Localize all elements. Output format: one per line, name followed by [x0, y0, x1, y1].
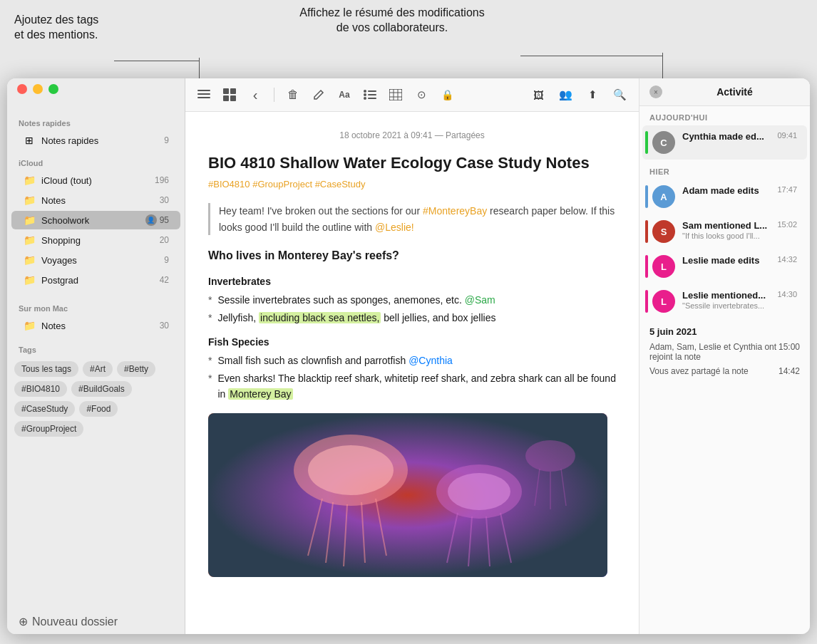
- sidebar: Notes rapides ⊞ Notes rapides 9 iCloud 📁…: [7, 78, 185, 634]
- activity-name-sam: Sam mentioned L...: [682, 220, 777, 231]
- minimize-button[interactable]: [33, 84, 43, 94]
- avatar-leslie-edits: L: [652, 255, 675, 278]
- bullet-item-2: * Jellyfish, including black sea nettles…: [208, 310, 616, 326]
- folder-icon: 📁: [23, 194, 36, 207]
- annotation-line-left: [114, 61, 200, 61]
- photos-button[interactable]: 🖼: [528, 84, 549, 105]
- tag-betty[interactable]: #Betty: [117, 361, 155, 377]
- activity-indicator-sam: [645, 220, 648, 243]
- highlight-monterey-bay: Monterey Bay: [228, 388, 292, 400]
- activity-indicator-leslie-mentioned: [645, 290, 648, 313]
- activity-item-leslie-edits[interactable]: L Leslie made edits 14:32: [642, 249, 807, 284]
- activity-joined-line: Adam, Sam, Leslie et Cynthia ont rejoint…: [649, 342, 800, 362]
- sidebar-label-schoolwork: Schoolwork: [41, 215, 145, 226]
- edit-note-button[interactable]: [309, 85, 329, 105]
- search-button[interactable]: 🔍: [609, 84, 630, 105]
- delete-button[interactable]: 🗑: [283, 85, 303, 105]
- activity-joined-time: 15:00: [779, 342, 800, 362]
- sidebar-item-notes-rapides[interactable]: ⊞ Notes rapides 9: [11, 131, 180, 150]
- annotation-tags-mentions: Ajoutez des tagset des mentions.: [14, 13, 98, 43]
- font-button[interactable]: Aa: [334, 85, 354, 105]
- close-button[interactable]: [17, 84, 27, 94]
- bullet-star-1: *: [208, 292, 212, 308]
- activity-item-leslie-mentioned[interactable]: L Leslie mentioned... "Sessile invertebr…: [642, 284, 807, 318]
- tag-food[interactable]: #Food: [79, 401, 118, 417]
- tag-buildgoals[interactable]: #BuildGoals: [71, 381, 132, 397]
- note-editor[interactable]: 18 octobre 2021 à 09:41 — Partagées BIO …: [185, 112, 639, 634]
- tag-groupproject-inline: #GroupProject: [252, 179, 312, 189]
- jellyfish-svg: [208, 413, 607, 577]
- activity-info-leslie-edits: Leslie made edits: [682, 255, 777, 266]
- activity-joined-text: Adam, Sam, Leslie et Cynthia ont rejoint…: [649, 342, 779, 362]
- sidebar-item-notes-icloud[interactable]: 📁 Notes 30: [11, 191, 180, 209]
- bullet-star-3: *: [208, 353, 212, 368]
- activity-preview-leslie-mentioned: "Sessile invertebrates...: [682, 301, 777, 310]
- activity-close-button[interactable]: ×: [649, 85, 662, 98]
- svg-rect-13: [389, 89, 402, 100]
- attachment-button[interactable]: ⊙: [411, 85, 431, 105]
- sidebar-section-mac: Sur mon Mac: [7, 296, 185, 316]
- svg-point-27: [448, 473, 510, 510]
- activity-info-cynthia: Cynthia made ed...: [682, 131, 777, 142]
- sidebar-item-schoolwork[interactable]: 📁 Schoolwork 👤 95: [11, 211, 180, 229]
- tag-casestudy[interactable]: #CaseStudy: [14, 401, 75, 417]
- new-folder-button[interactable]: ⊕ Nouveau dossier: [7, 609, 185, 634]
- svg-rect-18: [208, 413, 607, 577]
- bullet-item-4: * Even sharks! The blacktip reef shark, …: [208, 370, 616, 402]
- activity-item-cynthia-today[interactable]: C Cynthia made ed... 09:41: [642, 125, 807, 160]
- table-button[interactable]: [386, 85, 406, 105]
- subsection-fish: Fish Species: [208, 334, 616, 350]
- sidebar-item-shopping[interactable]: 📁 Shopping 20: [11, 231, 180, 249]
- svg-rect-5: [223, 95, 229, 101]
- activity-preview-sam: "If this looks good I'll...: [682, 232, 777, 240]
- activity-name-cynthia: Cynthia made ed...: [682, 131, 777, 142]
- tag-art[interactable]: #Art: [83, 361, 113, 377]
- mention-cynthia: @Cynthia: [408, 355, 453, 366]
- tag-tous-les-tags[interactable]: Tous les tags: [14, 361, 78, 377]
- bullet-text-2: Jellyfish, including black sea nettles, …: [217, 310, 495, 326]
- bullet-star-2: *: [208, 310, 212, 326]
- toolbar-separator-1: [274, 88, 274, 102]
- fullscreen-button[interactable]: [48, 84, 58, 94]
- activity-name-adam: Adam made edits: [682, 185, 777, 196]
- sidebar-item-postgrad[interactable]: 📁 Postgrad 42: [11, 271, 180, 289]
- svg-rect-1: [197, 93, 210, 95]
- activity-item-sam[interactable]: S Sam mentioned L... "If this looks good…: [642, 214, 807, 249]
- toolbar: ‹ 🗑 Aa: [185, 78, 639, 112]
- activity-indicator-leslie-edits: [645, 255, 648, 278]
- sidebar-count-schoolwork: 95: [160, 215, 169, 225]
- tags-section: Tags Tous les tags #Art #Betty #BIO4810 …: [7, 336, 185, 445]
- activity-date-section: 5 juin 2021: [639, 319, 810, 340]
- activity-indicator-adam: [645, 185, 648, 208]
- tag-groupproject[interactable]: #GroupProject: [14, 421, 83, 437]
- sidebar-count-voyages: 9: [164, 255, 169, 265]
- checklist-button[interactable]: [360, 85, 380, 105]
- sidebar-item-label-notes-rapides: Notes rapides: [41, 135, 164, 146]
- avatar-sam: S: [652, 220, 675, 243]
- new-folder-label: Nouveau dossier: [32, 616, 118, 628]
- sidebar-item-notes-mac[interactable]: 📁 Notes 30: [11, 316, 180, 335]
- activity-item-adam[interactable]: A Adam made edits 17:47: [642, 180, 807, 214]
- list-view-button[interactable]: [194, 85, 214, 105]
- bullet-text-4: Even sharks! The blacktip reef shark, wh…: [217, 370, 616, 402]
- collaborate-button[interactable]: 👥: [555, 84, 576, 105]
- back-button[interactable]: ‹: [245, 85, 265, 105]
- sidebar-label-voyages: Voyages: [41, 255, 164, 266]
- folder-icon: 📁: [23, 214, 36, 227]
- sidebar-item-count-notes-rapides: 9: [164, 135, 169, 145]
- activity-time-sam: 15:02: [777, 220, 797, 229]
- svg-rect-12: [368, 98, 376, 99]
- share-button[interactable]: ⬆: [582, 84, 603, 105]
- activity-panel: × Activité AUJOURD'HUI C Cynthia made ed…: [639, 78, 810, 634]
- subsection-invertebrates: Invertebrates: [208, 274, 616, 289]
- sidebar-item-icloud-tout[interactable]: 📁 iCloud (tout) 196: [11, 171, 180, 189]
- plus-icon: ⊕: [19, 615, 28, 628]
- lock-button[interactable]: 🔒: [437, 85, 457, 105]
- tag-bio4810[interactable]: #BIO4810: [14, 381, 67, 397]
- section-heading-1: Who lives in Monterey Bay's reefs?: [208, 246, 616, 265]
- sidebar-item-voyages[interactable]: 📁 Voyages 9: [11, 251, 180, 269]
- grid-view-icon: [223, 88, 236, 101]
- grid-view-button[interactable]: [220, 85, 240, 105]
- activity-time-adam: 17:47: [777, 185, 797, 194]
- activity-info-leslie-mentioned: Leslie mentioned... "Sessile invertebrat…: [682, 290, 777, 310]
